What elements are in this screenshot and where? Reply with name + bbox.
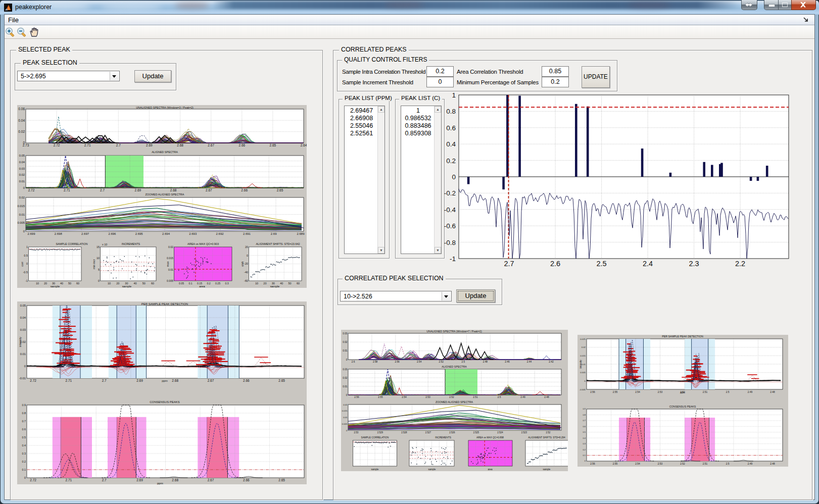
svg-text:2.54: 2.54	[417, 361, 422, 363]
svg-text:0.3: 0.3	[583, 442, 586, 445]
svg-text:40: 40	[280, 282, 283, 285]
svg-text:0.7: 0.7	[583, 419, 586, 422]
svg-text:0: 0	[585, 380, 586, 382]
svg-text:0.5: 0.5	[22, 436, 26, 439]
svg-text:0.2: 0.2	[583, 448, 586, 451]
svg-text:-0.01: -0.01	[19, 377, 26, 380]
svg-text:0.8: 0.8	[22, 412, 26, 415]
svg-text:0.04: 0.04	[18, 119, 25, 122]
svg-text:2.7: 2.7	[504, 260, 514, 268]
svg-text:ALIGNMENT SHIFTS: STD=23.642: ALIGNMENT SHIFTS: STD=23.642	[256, 242, 300, 245]
svg-text:2.68: 2.68	[172, 379, 178, 382]
svg-text:2.51: 2.51	[473, 396, 478, 398]
svg-text:2.67: 2.67	[208, 379, 214, 382]
svg-text:2.52: 2.52	[439, 361, 444, 363]
svg-text:2.696: 2.696	[108, 232, 116, 235]
svg-text:2.56: 2.56	[590, 463, 595, 465]
svg-text:0.015: 0.015	[342, 410, 348, 412]
svg-text:0.4: 0.4	[446, 140, 456, 148]
svg-text:2.55: 2.55	[613, 391, 618, 393]
svg-text:0.01: 0.01	[343, 385, 348, 388]
svg-text:2.5: 2.5	[726, 463, 730, 465]
svg-text:2.2: 2.2	[735, 260, 745, 268]
svg-text:0: 0	[585, 460, 586, 462]
svg-text:AREA vs MAX QC=0.898: AREA vs MAX QC=0.898	[476, 436, 504, 439]
svg-text:-0.4: -0.4	[444, 206, 456, 214]
svg-text:x 10: x 10	[102, 243, 107, 246]
svg-text:2.68: 2.68	[172, 478, 178, 482]
svg-text:2.68: 2.68	[177, 143, 183, 147]
svg-text:-20: -20	[244, 262, 248, 265]
svg-text:corr: corr	[21, 262, 24, 267]
svg-text:sample: sample	[543, 468, 551, 471]
svg-text:0.03: 0.03	[343, 368, 348, 371]
svg-text:0.4: 0.4	[583, 437, 586, 439]
svg-text:2.7: 2.7	[102, 478, 107, 482]
svg-text:PER SAMPLE PEAK DETECTION: PER SAMPLE PEAK DETECTION	[662, 335, 703, 338]
svg-text:2.4: 2.4	[643, 260, 653, 268]
svg-text:0.1: 0.1	[188, 282, 192, 285]
svg-text:2.66: 2.66	[238, 143, 245, 147]
svg-text:2.699: 2.699	[27, 232, 35, 235]
svg-text:2.72: 2.72	[54, 143, 60, 147]
svg-text:2.48: 2.48	[770, 463, 775, 465]
svg-text:ALIGNED SPECTRA: ALIGNED SPECTRA	[442, 365, 467, 368]
svg-text:2.69: 2.69	[136, 379, 143, 382]
svg-text:0.03: 0.03	[20, 328, 26, 331]
svg-text:-0.6: -0.6	[444, 222, 456, 230]
svg-text:2.54: 2.54	[635, 463, 640, 465]
svg-text:0.01: 0.01	[168, 268, 173, 271]
svg-text:0.02: 0.02	[168, 245, 173, 248]
svg-text:UNALIGNED SPECTRA (Window=3 /: UNALIGNED SPECTRA (Window=3 / Peak=2)	[136, 106, 194, 109]
svg-text:ALIGNED SPECTRA: ALIGNED SPECTRA	[152, 150, 178, 154]
svg-text:2.58: 2.58	[373, 361, 378, 363]
svg-text:2.68: 2.68	[170, 188, 177, 192]
svg-text:2.53: 2.53	[425, 396, 430, 398]
svg-text:ZOOMED ALIGNED SPECTRA: ZOOMED ALIGNED SPECTRA	[145, 193, 184, 196]
svg-text:0.8: 0.8	[583, 414, 586, 416]
svg-text:2.54: 2.54	[635, 391, 640, 393]
svg-text:0: 0	[24, 476, 26, 479]
svg-text:50: 50	[142, 282, 146, 285]
svg-text:0.01: 0.01	[343, 416, 348, 419]
svg-text:20: 20	[44, 282, 47, 285]
svg-text:0.02: 0.02	[343, 377, 348, 379]
svg-text:0.2: 0.2	[22, 460, 26, 463]
svg-text:0.05: 0.05	[19, 154, 25, 157]
svg-text:60: 60	[297, 282, 300, 285]
svg-text:2.698: 2.698	[55, 232, 63, 235]
svg-text:2.6: 2.6	[352, 361, 355, 363]
svg-text:0: 0	[23, 230, 25, 233]
svg-text:0: 0	[346, 429, 348, 432]
svg-text:0: 0	[23, 141, 25, 144]
svg-text:0.04: 0.04	[19, 161, 25, 164]
svg-text:sample: sample	[51, 285, 60, 288]
svg-text:0.005: 0.005	[167, 279, 173, 282]
svg-text:20: 20	[245, 245, 248, 248]
svg-text:0.02: 0.02	[343, 404, 348, 406]
svg-text:2.7: 2.7	[100, 188, 105, 192]
svg-text:sample: sample	[428, 468, 436, 471]
svg-text:2.56: 2.56	[354, 396, 359, 398]
svg-text:0.9: 0.9	[22, 404, 26, 407]
svg-text:0: 0	[24, 365, 26, 368]
svg-text:10: 10	[97, 257, 100, 260]
svg-text:10: 10	[108, 282, 111, 285]
svg-text:0.015: 0.015	[17, 205, 25, 208]
svg-text:2.72: 2.72	[30, 478, 36, 482]
svg-text:0.015: 0.015	[167, 257, 173, 260]
svg-text:0.02: 0.02	[343, 341, 348, 343]
svg-text:0.3: 0.3	[22, 452, 26, 455]
svg-text:2.49: 2.49	[748, 463, 753, 465]
svg-text:0.5: 0.5	[24, 254, 28, 257]
svg-text:UNALIGNED SPECTRA (Window=7 /: UNALIGNED SPECTRA (Window=7 / Peak=2)	[426, 330, 482, 333]
svg-text:0.03: 0.03	[343, 332, 348, 335]
svg-text:2.67: 2.67	[206, 188, 212, 192]
svg-text:2.42: 2.42	[549, 361, 554, 363]
svg-text:2.71: 2.71	[84, 143, 91, 147]
svg-text:2.5: 2.5	[498, 396, 501, 398]
svg-text:0: 0	[247, 254, 248, 257]
svg-text:0.01: 0.01	[20, 352, 26, 356]
svg-text:2.49: 2.49	[748, 391, 753, 393]
svg-text:2.51: 2.51	[703, 391, 708, 393]
